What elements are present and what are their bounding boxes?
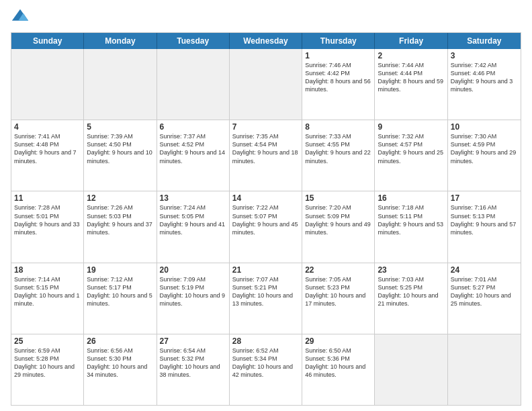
day-cell-23: 23Sunrise: 7:03 AM Sunset: 5:25 PM Dayli…	[375, 263, 447, 334]
day-number: 29	[305, 336, 371, 346]
day-number: 10	[451, 122, 518, 132]
day-cell-4: 4Sunrise: 7:41 AM Sunset: 4:48 PM Daylig…	[11, 120, 84, 191]
day-cell-18: 18Sunrise: 7:14 AM Sunset: 5:15 PM Dayli…	[11, 263, 84, 334]
day-number: 7	[232, 122, 299, 132]
day-info: Sunrise: 7:05 AM Sunset: 5:23 PM Dayligh…	[305, 275, 371, 308]
day-cell-19: 19Sunrise: 7:12 AM Sunset: 5:17 PM Dayli…	[84, 263, 157, 334]
day-cell-13: 13Sunrise: 7:24 AM Sunset: 5:05 PM Dayli…	[157, 191, 230, 262]
empty-cell	[11, 49, 84, 120]
logo	[11, 8, 32, 27]
day-info: Sunrise: 7:44 AM Sunset: 4:44 PM Dayligh…	[378, 61, 444, 94]
day-cell-2: 2Sunrise: 7:44 AM Sunset: 4:44 PM Daylig…	[375, 49, 447, 120]
day-cell-8: 8Sunrise: 7:33 AM Sunset: 4:55 PM Daylig…	[302, 120, 375, 191]
day-cell-3: 3Sunrise: 7:42 AM Sunset: 4:46 PM Daylig…	[448, 49, 521, 120]
calendar-row-2: 11Sunrise: 7:28 AM Sunset: 5:01 PM Dayli…	[11, 191, 521, 263]
day-cell-7: 7Sunrise: 7:35 AM Sunset: 4:54 PM Daylig…	[230, 120, 302, 191]
day-number: 21	[232, 265, 299, 275]
header-day-saturday: Saturday	[448, 33, 521, 49]
day-number: 23	[378, 265, 444, 275]
day-info: Sunrise: 7:32 AM Sunset: 4:57 PM Dayligh…	[378, 132, 444, 165]
day-cell-22: 22Sunrise: 7:05 AM Sunset: 5:23 PM Dayli…	[302, 263, 375, 334]
calendar-header: SundayMondayTuesdayWednesdayThursdayFrid…	[11, 33, 521, 49]
day-cell-25: 25Sunrise: 6:59 AM Sunset: 5:28 PM Dayli…	[11, 334, 84, 405]
day-info: Sunrise: 7:35 AM Sunset: 4:54 PM Dayligh…	[232, 132, 299, 165]
day-info: Sunrise: 6:56 AM Sunset: 5:30 PM Dayligh…	[87, 347, 153, 379]
day-number: 11	[14, 193, 81, 203]
day-info: Sunrise: 7:01 AM Sunset: 5:27 PM Dayligh…	[451, 275, 518, 308]
day-number: 1	[305, 51, 371, 60]
day-number: 2	[378, 51, 444, 60]
empty-cell	[375, 334, 447, 405]
day-info: Sunrise: 6:59 AM Sunset: 5:28 PM Dayligh…	[14, 347, 81, 379]
day-cell-6: 6Sunrise: 7:37 AM Sunset: 4:52 PM Daylig…	[157, 120, 230, 191]
day-info: Sunrise: 7:07 AM Sunset: 5:21 PM Dayligh…	[232, 275, 299, 308]
day-cell-12: 12Sunrise: 7:26 AM Sunset: 5:03 PM Dayli…	[84, 191, 157, 262]
day-info: Sunrise: 7:12 AM Sunset: 5:17 PM Dayligh…	[87, 275, 153, 308]
day-number: 24	[451, 265, 518, 275]
day-cell-5: 5Sunrise: 7:39 AM Sunset: 4:50 PM Daylig…	[84, 120, 157, 191]
calendar-row-4: 25Sunrise: 6:59 AM Sunset: 5:28 PM Dayli…	[11, 334, 521, 405]
day-info: Sunrise: 7:16 AM Sunset: 5:13 PM Dayligh…	[451, 203, 518, 236]
day-info: Sunrise: 7:39 AM Sunset: 4:50 PM Dayligh…	[87, 132, 153, 165]
day-cell-9: 9Sunrise: 7:32 AM Sunset: 4:57 PM Daylig…	[375, 120, 447, 191]
day-number: 8	[305, 122, 371, 132]
day-info: Sunrise: 7:42 AM Sunset: 4:46 PM Dayligh…	[451, 61, 518, 94]
day-info: Sunrise: 7:14 AM Sunset: 5:15 PM Dayligh…	[14, 275, 81, 308]
day-info: Sunrise: 7:22 AM Sunset: 5:07 PM Dayligh…	[232, 203, 299, 236]
day-cell-14: 14Sunrise: 7:22 AM Sunset: 5:07 PM Dayli…	[230, 191, 302, 262]
day-info: Sunrise: 7:28 AM Sunset: 5:01 PM Dayligh…	[14, 203, 81, 236]
day-number: 28	[232, 336, 299, 346]
header-day-tuesday: Tuesday	[157, 33, 230, 49]
calendar-row-1: 4Sunrise: 7:41 AM Sunset: 4:48 PM Daylig…	[11, 120, 521, 191]
day-info: Sunrise: 7:33 AM Sunset: 4:55 PM Dayligh…	[305, 132, 371, 165]
calendar: SundayMondayTuesdayWednesdayThursdayFrid…	[11, 32, 521, 406]
day-number: 19	[87, 265, 153, 275]
day-info: Sunrise: 7:30 AM Sunset: 4:59 PM Dayligh…	[451, 132, 518, 165]
day-number: 20	[160, 265, 226, 275]
day-cell-28: 28Sunrise: 6:52 AM Sunset: 5:34 PM Dayli…	[230, 334, 302, 405]
empty-cell	[448, 334, 521, 405]
day-number: 17	[451, 193, 518, 203]
day-info: Sunrise: 6:54 AM Sunset: 5:32 PM Dayligh…	[160, 347, 226, 379]
day-number: 27	[160, 336, 226, 346]
day-number: 4	[14, 122, 81, 132]
empty-cell	[84, 49, 157, 120]
day-cell-1: 1Sunrise: 7:46 AM Sunset: 4:42 PM Daylig…	[302, 49, 375, 120]
header-day-wednesday: Wednesday	[230, 33, 302, 49]
day-cell-21: 21Sunrise: 7:07 AM Sunset: 5:21 PM Dayli…	[230, 263, 302, 334]
day-info: Sunrise: 7:37 AM Sunset: 4:52 PM Dayligh…	[160, 132, 226, 165]
page: SundayMondayTuesdayWednesdayThursdayFrid…	[0, 0, 532, 411]
day-info: Sunrise: 7:46 AM Sunset: 4:42 PM Dayligh…	[305, 61, 371, 94]
day-info: Sunrise: 6:50 AM Sunset: 5:36 PM Dayligh…	[305, 347, 371, 379]
day-number: 5	[87, 122, 153, 132]
day-number: 15	[305, 193, 371, 203]
day-info: Sunrise: 7:41 AM Sunset: 4:48 PM Dayligh…	[14, 132, 81, 165]
day-cell-27: 27Sunrise: 6:54 AM Sunset: 5:32 PM Dayli…	[157, 334, 230, 405]
day-info: Sunrise: 7:24 AM Sunset: 5:05 PM Dayligh…	[160, 203, 226, 236]
day-cell-11: 11Sunrise: 7:28 AM Sunset: 5:01 PM Dayli…	[11, 191, 84, 262]
day-number: 3	[451, 51, 518, 60]
day-number: 16	[378, 193, 444, 203]
day-info: Sunrise: 7:18 AM Sunset: 5:11 PM Dayligh…	[378, 203, 444, 236]
calendar-body: 1Sunrise: 7:46 AM Sunset: 4:42 PM Daylig…	[11, 49, 521, 405]
day-cell-10: 10Sunrise: 7:30 AM Sunset: 4:59 PM Dayli…	[448, 120, 521, 191]
day-info: Sunrise: 7:26 AM Sunset: 5:03 PM Dayligh…	[87, 203, 153, 236]
day-info: Sunrise: 7:03 AM Sunset: 5:25 PM Dayligh…	[378, 275, 444, 308]
day-number: 25	[14, 336, 81, 346]
day-number: 9	[378, 122, 444, 132]
day-number: 18	[14, 265, 81, 275]
day-number: 22	[305, 265, 371, 275]
day-cell-17: 17Sunrise: 7:16 AM Sunset: 5:13 PM Dayli…	[448, 191, 521, 262]
day-number: 12	[87, 193, 153, 203]
day-number: 26	[87, 336, 153, 346]
day-info: Sunrise: 7:20 AM Sunset: 5:09 PM Dayligh…	[305, 203, 371, 236]
header	[11, 8, 521, 27]
day-info: Sunrise: 7:09 AM Sunset: 5:19 PM Dayligh…	[160, 275, 226, 308]
empty-cell	[157, 49, 230, 120]
day-cell-29: 29Sunrise: 6:50 AM Sunset: 5:36 PM Dayli…	[302, 334, 375, 405]
day-cell-20: 20Sunrise: 7:09 AM Sunset: 5:19 PM Dayli…	[157, 263, 230, 334]
calendar-row-3: 18Sunrise: 7:14 AM Sunset: 5:15 PM Dayli…	[11, 263, 521, 334]
day-info: Sunrise: 6:52 AM Sunset: 5:34 PM Dayligh…	[232, 347, 299, 379]
day-cell-15: 15Sunrise: 7:20 AM Sunset: 5:09 PM Dayli…	[302, 191, 375, 262]
header-day-thursday: Thursday	[302, 33, 375, 49]
